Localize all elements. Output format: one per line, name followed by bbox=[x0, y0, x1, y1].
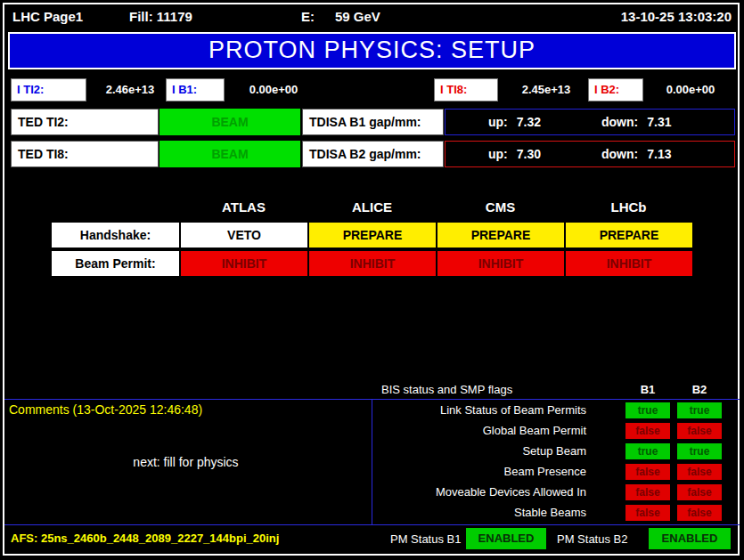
tdisa-b1-up-label: up: bbox=[488, 115, 508, 129]
tdisa-b2-up-value: 7.30 bbox=[517, 147, 541, 161]
beam-permit-alice: INHIBIT bbox=[308, 250, 437, 277]
tdisa-b2-up-label: up: bbox=[488, 147, 508, 161]
ted-ti2-label: TED TI2: bbox=[11, 109, 159, 135]
bis-title: BIS status and SMP flags bbox=[381, 383, 512, 396]
tdisa-b1-gap-values: up: 7.32 down: 7.31 bbox=[445, 109, 735, 135]
beam-permit-row-label: Beam Permit: bbox=[51, 250, 180, 277]
intensity-ti2-value: 2.46e+13 bbox=[89, 78, 171, 101]
intensity-ti2-label: I TI2: bbox=[11, 78, 86, 101]
lhc-page1-display: LHC Page1 Fill: 11179 E: 59 GeV 13-10-25… bbox=[0, 0, 744, 560]
intensity-b2-label: I B2: bbox=[588, 78, 643, 101]
bis-flag-b1: false bbox=[625, 464, 670, 480]
handshake-row-label: Handshake: bbox=[51, 222, 180, 248]
bis-row-label: Moveable Devices Allowed In bbox=[374, 485, 586, 499]
fill-number: Fill: 11179 bbox=[129, 9, 192, 24]
handshake-atlas: VETO bbox=[180, 222, 308, 248]
ted-ti2-status: BEAM bbox=[159, 109, 300, 135]
tdisa-b1-gap-label: TDISA B1 gap/mm: bbox=[302, 109, 444, 135]
handshake-lhcb: PREPARE bbox=[565, 222, 693, 248]
datetime: 13-10-25 13:03:20 bbox=[621, 9, 732, 24]
handshake-alice: PREPARE bbox=[308, 222, 437, 248]
mode-banner: PROTON PHYSICS: SETUP bbox=[8, 32, 736, 69]
bis-flag-b1: true bbox=[625, 402, 670, 418]
bis-flag-b2: false bbox=[677, 484, 722, 500]
column-cms: CMS bbox=[437, 199, 564, 215]
bis-flag-b1: false bbox=[625, 423, 670, 439]
comments-bis-divider bbox=[372, 399, 372, 524]
beam-permit-lhcb: INHIBIT bbox=[565, 250, 693, 277]
pm-status-b2-value: ENABLED bbox=[649, 528, 731, 549]
bis-flag-b2: true bbox=[677, 402, 722, 418]
bis-flag-b1: false bbox=[625, 505, 670, 521]
ted-ti8-label: TED TI8: bbox=[11, 141, 159, 167]
handshake-cms: PREPARE bbox=[437, 222, 565, 248]
intensity-b1-value: 0.00e+00 bbox=[230, 78, 317, 101]
tdisa-b2-down-label: down: bbox=[601, 147, 638, 161]
page-title: LHC Page1 bbox=[12, 9, 83, 24]
bis-row-label: Stable Beams bbox=[374, 506, 586, 519]
bis-row-label: Link Status of Beam Permits bbox=[374, 403, 586, 417]
pm-status-b1-value: ENABLED bbox=[466, 528, 546, 549]
bis-b1-header: B1 bbox=[634, 383, 661, 396]
bis-flag-b2: true bbox=[677, 443, 722, 459]
bis-row-label: Setup Beam bbox=[374, 444, 586, 458]
pm-status-b2-label: PM Status B2 bbox=[557, 529, 627, 550]
bis-flag-b2: false bbox=[677, 423, 722, 439]
footer-divider bbox=[4, 524, 740, 525]
energy-label: E: bbox=[301, 9, 315, 24]
afs-scheme: AFS: 25ns_2460b_2448_2089_2227_144bpi_20… bbox=[11, 532, 279, 545]
tdisa-b1-down-value: 7.31 bbox=[647, 115, 671, 129]
tdisa-b2-down-value: 7.13 bbox=[647, 147, 671, 161]
column-alice: ALICE bbox=[308, 199, 436, 215]
column-lhcb: LHCb bbox=[565, 199, 692, 215]
bis-b2-header: B2 bbox=[686, 383, 713, 396]
beam-permit-cms: INHIBIT bbox=[437, 250, 565, 277]
intensity-b1-label: I B1: bbox=[166, 78, 225, 101]
ted-ti8-status: BEAM bbox=[159, 141, 300, 167]
column-atlas: ATLAS bbox=[180, 199, 307, 215]
bis-flag-b1: false bbox=[625, 484, 670, 500]
intensity-b2-value: 0.00e+00 bbox=[647, 78, 734, 101]
comments-title: Comments (13-Oct-2025 12:46:48) bbox=[9, 402, 202, 417]
tdisa-b1-up-value: 7.32 bbox=[517, 115, 541, 129]
tdisa-b1-down-label: down: bbox=[601, 115, 638, 129]
comments-text: next: fill for physics bbox=[0, 455, 372, 469]
bis-row-label: Global Beam Permit bbox=[374, 424, 586, 437]
bis-flag-b2: false bbox=[677, 464, 722, 480]
bis-flag-b2: false bbox=[677, 505, 722, 521]
tdisa-b2-gap-label: TDISA B2 gap/mm: bbox=[302, 141, 444, 167]
energy-value: 59 GeV bbox=[335, 9, 380, 24]
pm-status-b1-label: PM Status B1 bbox=[390, 529, 461, 550]
tdisa-b2-gap-values: up: 7.30 down: 7.13 bbox=[445, 141, 735, 167]
beam-permit-atlas: INHIBIT bbox=[180, 250, 308, 277]
bis-flag-b1: true bbox=[625, 443, 670, 459]
bis-row-label: Beam Presence bbox=[374, 465, 586, 478]
intensity-ti8-value: 2.45e+13 bbox=[502, 78, 591, 101]
intensity-ti8-label: I TI8: bbox=[434, 78, 498, 101]
